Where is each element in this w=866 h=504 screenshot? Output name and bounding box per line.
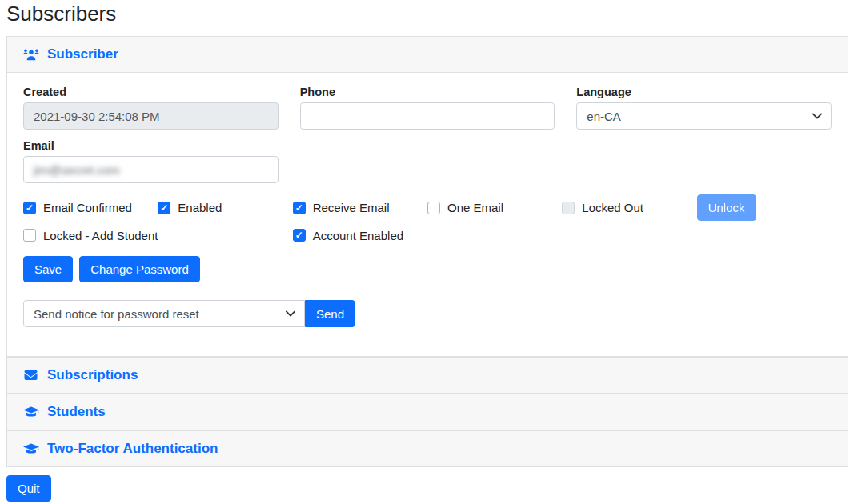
phone-field-group: Phone — [300, 86, 555, 130]
checkbox-receive-email[interactable]: Receive Email — [293, 201, 427, 214]
send-button[interactable]: Send — [305, 300, 355, 327]
students-card: Students — [6, 394, 848, 430]
checkbox-row-2: Locked - Add Student Account Enabled — [23, 227, 832, 243]
top-field-row: Created 2021-09-30 2:54:08 PM Phone Lang… — [23, 86, 832, 130]
graduation-cap-icon — [23, 442, 39, 456]
email-label: Email — [23, 139, 832, 152]
students-section-title: Students — [47, 403, 106, 421]
footer: Quit — [6, 475, 860, 502]
language-field-group: Language en-CA — [576, 86, 832, 130]
checkbox-enabled[interactable]: Enabled — [158, 201, 292, 214]
two-factor-section-header[interactable]: Two-Factor Authentication — [7, 431, 848, 466]
checkbox-box[interactable] — [23, 229, 36, 242]
users-icon — [23, 48, 39, 62]
phone-label: Phone — [300, 86, 555, 98]
subscriptions-card: Subscriptions — [6, 357, 848, 394]
checkbox-account-enabled[interactable]: Account Enabled — [293, 229, 427, 242]
two-factor-section-title: Two-Factor Authentication — [47, 440, 218, 458]
quit-button[interactable]: Quit — [6, 475, 51, 502]
language-label: Language — [576, 86, 832, 98]
checkbox-locked-out: Locked Out — [562, 201, 696, 214]
notice-select[interactable]: Send notice for password reset — [23, 300, 305, 327]
change-password-button[interactable]: Change Password — [79, 256, 200, 282]
two-factor-card: Two-Factor Authentication — [6, 430, 848, 467]
email-field-group: Email jim@secret.com — [23, 139, 832, 183]
unlock-button: Unlock — [697, 194, 756, 221]
created-input: 2021-09-30 2:54:08 PM — [23, 102, 279, 130]
subscriptions-section-title: Subscriptions — [47, 366, 138, 384]
graduation-cap-icon — [23, 406, 39, 419]
checkbox-one-email[interactable]: One Email — [427, 201, 562, 214]
checkbox-box[interactable] — [23, 202, 36, 214]
phone-input[interactable] — [300, 102, 555, 130]
checkbox-box[interactable] — [293, 202, 306, 214]
email-input[interactable]: jim@secret.com — [23, 156, 279, 183]
checkbox-box — [562, 202, 575, 214]
checkbox-box[interactable] — [293, 229, 306, 242]
checkbox-box[interactable] — [427, 202, 440, 214]
page-title: Subscribers — [6, 2, 860, 26]
action-button-row: Save Change Password — [23, 256, 832, 282]
checkbox-box[interactable] — [158, 202, 170, 214]
subscriber-section-title: Subscriber — [47, 46, 118, 63]
unlock-cell: Unlock — [697, 194, 832, 221]
checkbox-locked-add-student[interactable]: Locked - Add Student — [23, 229, 293, 242]
subscriptions-section-header[interactable]: Subscriptions — [7, 358, 848, 393]
checkbox-row-1: Email Confirmed Enabled Receive Email On… — [23, 194, 832, 221]
chevron-down-icon — [286, 310, 295, 318]
accordion: Subscriber Created 2021-09-30 2:54:08 PM… — [6, 36, 848, 467]
subscriber-card: Subscriber Created 2021-09-30 2:54:08 PM… — [6, 36, 848, 357]
checkbox-email-confirmed[interactable]: Email Confirmed — [23, 201, 158, 214]
created-field-group: Created 2021-09-30 2:54:08 PM — [23, 86, 279, 130]
chevron-down-icon — [812, 112, 822, 120]
notice-send-group: Send notice for password reset Send — [23, 300, 348, 327]
created-label: Created — [23, 86, 279, 98]
envelope-icon — [23, 369, 39, 382]
subscribers-page: Subscribers Subscriber — [0, 0, 866, 502]
language-select[interactable]: en-CA — [576, 102, 832, 130]
save-button[interactable]: Save — [23, 256, 73, 282]
subscriber-section-header[interactable]: Subscriber — [7, 37, 848, 72]
students-section-header[interactable]: Students — [7, 394, 848, 430]
subscriber-form: Created 2021-09-30 2:54:08 PM Phone Lang… — [7, 72, 848, 356]
email-redacted-value: jim@secret.com — [34, 163, 120, 177]
